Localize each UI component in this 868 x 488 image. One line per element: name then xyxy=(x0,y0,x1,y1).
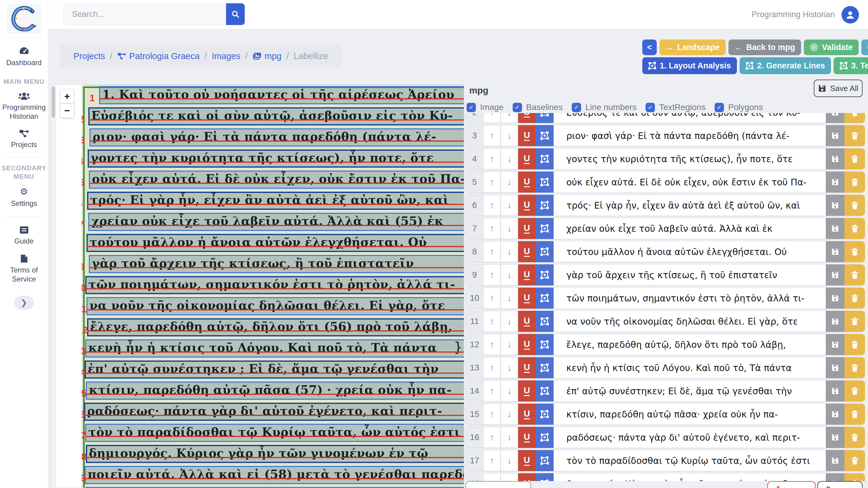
baseline[interactable] xyxy=(85,436,464,437)
manuscript-line-10[interactable]: τῶν ποιημάτων, σημαντικόν ἐστι τὸ ῥητὸν,… xyxy=(85,276,464,294)
line-transcription[interactable]: να νοῦν τῆς οἰκονομίας δηλῶσαι θέλει. Εἰ… xyxy=(554,311,826,332)
underline-button[interactable]: U xyxy=(518,473,535,481)
line-transcription[interactable]: χρείαν οὐκ εἶχε τοῦ λαβεῖν αὐτά. Ἀλλὰ κα… xyxy=(554,218,826,239)
sidebar-item-settings[interactable]: ⚙ Settings xyxy=(0,183,48,212)
back-to-mpg-button[interactable]: ←Back to mpg xyxy=(728,39,801,55)
underline-button[interactable]: U xyxy=(518,264,535,285)
line-transcription[interactable]: γοντες τὴν κυριότητα τῆς κτίσεως), ἦν πο… xyxy=(554,148,826,170)
checkbox-checked-icon[interactable]: ✓ xyxy=(513,103,522,112)
move-line-up-button[interactable]: ↑ xyxy=(483,311,501,332)
delete-line-button[interactable] xyxy=(844,473,865,481)
delete-line-button[interactable] xyxy=(844,241,865,262)
info-button[interactable]: iInfo xyxy=(861,39,868,55)
sidebar-item-guide[interactable]: Guide xyxy=(0,221,48,250)
sidebar-item-dashboard[interactable]: Dashboard xyxy=(0,42,48,71)
move-line-up-button[interactable]: ↑ xyxy=(483,380,501,401)
viewer-scrollbar[interactable] xyxy=(51,85,56,488)
search-input[interactable] xyxy=(63,3,226,25)
manuscript-line-11[interactable]: να νοῦν τῆς οἰκονομίας δηλῶσαι θέλει. Εἰ… xyxy=(87,297,464,315)
zoom-out-button[interactable]: − xyxy=(60,103,74,118)
save-line-button[interactable] xyxy=(826,404,844,425)
line-transcription[interactable]: τῶν ποιημάτων, σημαντικόν ἐστι τὸ ῥητὸν,… xyxy=(554,287,826,309)
zoom-in-button[interactable]: + xyxy=(60,89,74,103)
manuscript-line-18[interactable]: δημιουργός. Κύριος γὰρ ἦν τῶν γινομένων … xyxy=(86,445,464,463)
footer-red-button-partial[interactable] xyxy=(767,481,815,488)
baseline[interactable] xyxy=(87,330,464,332)
baseline[interactable] xyxy=(99,98,464,99)
validate-button[interactable]: ✓Validate xyxy=(804,39,859,55)
edit-polygon-button[interactable] xyxy=(535,113,554,123)
move-line-down-button[interactable]: ↓ xyxy=(501,218,518,239)
baseline[interactable] xyxy=(85,478,464,479)
save-line-button[interactable] xyxy=(826,473,844,481)
baseline[interactable] xyxy=(90,141,464,142)
save-all-button[interactable]: Save All xyxy=(814,80,863,97)
underline-button[interactable]: U xyxy=(518,113,535,123)
save-line-button[interactable] xyxy=(826,218,844,239)
underline-button[interactable]: U xyxy=(518,195,535,216)
delete-line-button[interactable] xyxy=(844,427,865,448)
baseline[interactable] xyxy=(88,161,464,163)
baseline[interactable] xyxy=(86,394,464,395)
move-line-down-button[interactable]: ↓ xyxy=(501,264,518,285)
line-transcription[interactable]: τρός· Εἰ γὰρ ἦν, εἶχεν ἂν αὐτὰ ἀεὶ ἐξ αὐ… xyxy=(554,195,826,216)
save-line-button[interactable] xyxy=(826,148,844,170)
move-line-down-button[interactable]: ↓ xyxy=(501,241,518,262)
move-line-up-button[interactable]: ↑ xyxy=(483,450,501,471)
breadcrumb-projects[interactable]: Projects xyxy=(73,51,105,61)
baseline[interactable] xyxy=(85,372,464,374)
move-line-down-button[interactable]: ↓ xyxy=(501,334,518,355)
manuscript-line-17[interactable]: τὸν τὸ παραδίδοσθαι τῷ Κυρίῳ ταῦτα, ὧν α… xyxy=(85,424,464,442)
toggle-baselines[interactable]: ✓Baselines xyxy=(513,102,563,112)
layout-analysis-button[interactable]: 1. Layout Analysis xyxy=(642,57,737,74)
manuscript-line-7[interactable]: χρείαν οὐκ εἶχε τοῦ λαβεῖν αὐτά. Ἀλλὰ κα… xyxy=(88,213,464,231)
edit-polygon-button[interactable] xyxy=(535,148,554,170)
edit-polygon-button[interactable] xyxy=(535,172,554,193)
manuscript-line-4[interactable]: γοντες τὴν κυριότητα τῆς κτίσεως), ἦν πο… xyxy=(88,150,464,167)
delete-line-button[interactable] xyxy=(844,380,865,401)
save-line-button[interactable] xyxy=(826,311,844,332)
save-line-button[interactable] xyxy=(826,264,844,285)
underline-button[interactable]: U xyxy=(518,311,535,332)
edit-polygon-button[interactable] xyxy=(535,125,554,146)
manuscript-line-19[interactable]: ποιεῖν αὐτά. Ἀλλὰ καὶ εἰ (58) μετὰ τὸ γε… xyxy=(85,466,464,484)
edit-polygon-button[interactable] xyxy=(535,241,554,262)
underline-button[interactable]: U xyxy=(518,218,535,239)
move-line-down-button[interactable]: ↓ xyxy=(501,195,518,216)
line-transcription[interactable]: τὸν τὸ παραδίδοσθαι τῷ Κυρίῳ ταῦτα, ὧν α… xyxy=(554,450,826,471)
text-recognition-button[interactable]: 3. Text Recognition xyxy=(834,57,868,74)
move-line-down-button[interactable]: ↓ xyxy=(501,380,518,401)
delete-line-button[interactable] xyxy=(844,334,865,355)
checkbox-checked-icon[interactable]: ✓ xyxy=(467,103,476,112)
edit-polygon-button[interactable] xyxy=(535,473,554,481)
baseline[interactable] xyxy=(88,225,464,226)
avatar[interactable] xyxy=(841,6,859,24)
move-line-up-button[interactable]: ↑ xyxy=(483,357,501,378)
save-line-button[interactable] xyxy=(826,380,844,401)
manuscript-line-13[interactable]: κενὴ ἦν ἡ κτίσις τοῦ Λόγου. Καὶ ποῦ τὸ, … xyxy=(85,339,464,358)
underline-button[interactable]: U xyxy=(518,148,535,170)
baseline[interactable] xyxy=(84,415,464,416)
delete-line-button[interactable] xyxy=(844,125,865,146)
line-transcription[interactable]: οὐκ εἶχεν αὐτά. Εἰ δὲ οὐκ εἶχεν, οὐκ ἔστ… xyxy=(554,172,826,193)
checkbox-checked-icon[interactable]: ✓ xyxy=(572,103,581,112)
move-line-down-button[interactable]: ↓ xyxy=(501,172,518,193)
baseline[interactable] xyxy=(87,246,464,247)
move-line-up-button[interactable]: ↑ xyxy=(483,148,501,170)
move-line-up-button[interactable]: ↑ xyxy=(483,172,501,193)
edit-polygon-button[interactable] xyxy=(535,404,554,425)
move-line-down-button[interactable]: ↓ xyxy=(501,125,518,146)
move-line-up-button[interactable]: ↑ xyxy=(483,264,501,285)
collapse-panel-button[interactable]: < xyxy=(642,39,657,55)
edit-polygon-button[interactable] xyxy=(535,311,554,332)
edit-polygon-button[interactable] xyxy=(535,334,554,355)
footer-save-button-partial[interactable] xyxy=(817,481,863,488)
manuscript-line-5[interactable]: οὐκ εἶχεν αὐτά. Εἰ δὲ οὐκ εἶχεν, οὐκ ἔστ… xyxy=(89,171,464,189)
move-line-down-button[interactable]: ↓ xyxy=(501,287,518,309)
line-transcription[interactable]: κενὴ ἦν ἡ κτίσις τοῦ Λόγου. Καὶ ποῦ τὸ, … xyxy=(554,357,826,378)
sidebar-collapse-button[interactable]: ❯ xyxy=(14,296,34,310)
move-line-up-button[interactable]: ↑ xyxy=(483,125,501,146)
move-line-down-button[interactable]: ↓ xyxy=(501,473,518,481)
delete-line-button[interactable] xyxy=(844,357,865,378)
toggle-image[interactable]: ✓Image xyxy=(467,102,504,112)
